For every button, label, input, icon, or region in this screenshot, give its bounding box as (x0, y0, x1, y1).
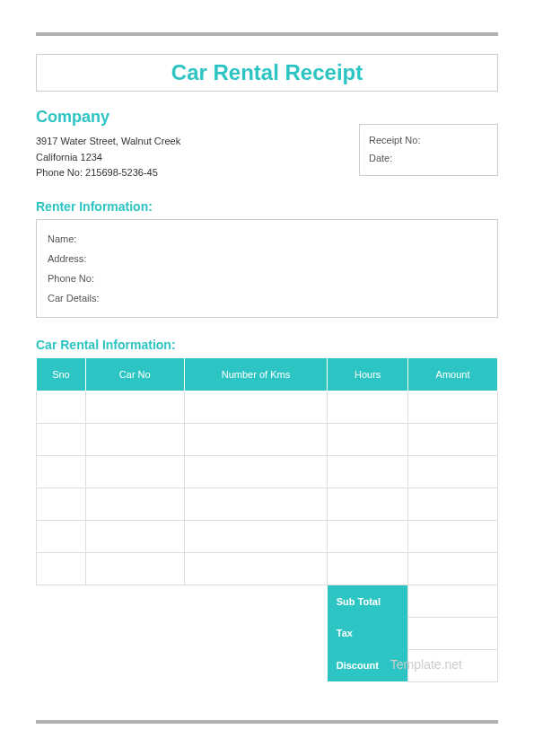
col-sno: Sno (37, 357, 86, 391)
tax-label: Tax (328, 617, 408, 649)
table-row (37, 520, 498, 552)
company-heading: Company (36, 108, 180, 127)
watermark: Template.net (390, 657, 462, 672)
subtotal-label: Sub Total (328, 585, 408, 617)
header-row: Company 3917 Water Street, Walnut Creek … (36, 108, 498, 181)
table-row (37, 423, 498, 455)
receipt-meta-box: Receipt No: Date: (359, 124, 498, 176)
rental-table: Sno Car No Number of Kms Hours Amount Su… (36, 357, 498, 682)
renter-car-details-label: Car Details: (48, 288, 486, 308)
table-row (37, 552, 498, 585)
title-box: Car Rental Receipt (36, 54, 498, 92)
tax-row: Tax (37, 617, 498, 649)
tax-value (408, 617, 498, 649)
subtotal-value (408, 585, 498, 617)
renter-info-box: Name: Address: Phone No: Car Details: (36, 219, 498, 318)
table-header-row: Sno Car No Number of Kms Hours Amount (37, 357, 498, 391)
renter-address-label: Address: (48, 249, 486, 268)
col-kms: Number of Kms (184, 357, 328, 391)
table-row (37, 455, 498, 488)
company-address-1: 3917 Water Street, Walnut Creek (36, 134, 180, 150)
company-block: Company 3917 Water Street, Walnut Creek … (36, 108, 180, 181)
renter-phone-label: Phone No: (48, 268, 486, 288)
renter-section-heading: Renter Information: (36, 199, 498, 214)
col-carno: Car No (85, 357, 184, 391)
rental-section-heading: Car Rental Information: (36, 338, 498, 352)
receipt-no-label: Receipt No: (369, 132, 488, 150)
company-address-2: California 1234 (36, 150, 180, 166)
table-row (37, 391, 498, 423)
receipt-date-label: Date: (369, 150, 488, 168)
col-hours: Hours (328, 357, 408, 391)
col-amount: Amount (408, 357, 498, 391)
top-rule (36, 32, 498, 36)
page-title: Car Rental Receipt (171, 60, 363, 84)
document-content: Car Rental Receipt Company 3917 Water St… (36, 54, 498, 682)
bottom-rule (36, 720, 498, 724)
company-info: 3917 Water Street, Walnut Creek Californ… (36, 134, 180, 181)
company-phone: Phone No: 215698-5236-45 (36, 165, 180, 181)
renter-name-label: Name: (48, 229, 486, 249)
table-row (37, 488, 498, 520)
subtotal-row: Sub Total (37, 585, 498, 617)
